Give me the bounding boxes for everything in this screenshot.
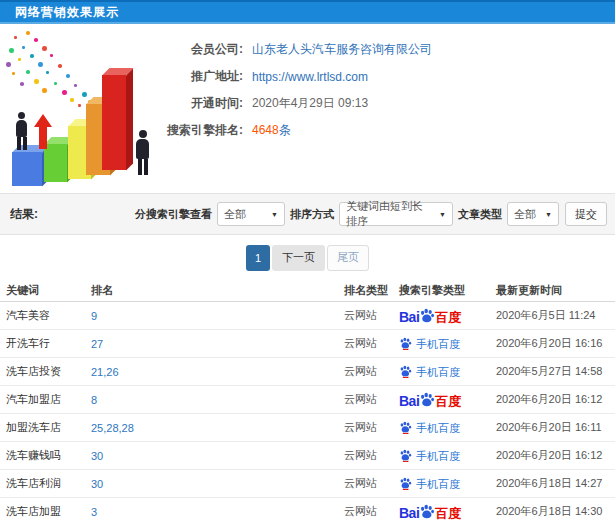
promo-url-label: 推广地址: (163, 68, 243, 85)
updated-time-cell: 2020年5月27日 14:58 (496, 364, 615, 379)
table-row: 洗车店利润 30 云网站 手机百度 2020年6月18日 14:27 (0, 470, 615, 498)
pagination-last-button[interactable]: 尾页 (327, 245, 369, 271)
rank-cell[interactable]: 25,28,28 (91, 422, 344, 434)
updated-time-cell: 2020年6月5日 11:24 (496, 308, 615, 323)
result-label: 结果: (10, 206, 38, 223)
engine-filter-selected: 全部 (224, 207, 246, 222)
table-row: 开洗车行 27 云网站 手机百度 2020年6月20日 16:16 (0, 330, 615, 358)
table-row: 洗车店加盟 3 云网站 Bai百度 2020年6月18日 14:30 (0, 498, 615, 520)
article-type-label: 文章类型 (458, 207, 502, 222)
info-row-promo-url: 推广地址: https://www.lrtlsd.com (163, 63, 615, 90)
submit-button[interactable]: 提交 (565, 202, 607, 226)
confetti-dot (34, 79, 39, 84)
confetti-dot (9, 48, 14, 53)
table-row: 洗车店投资 21,26 云网站 手机百度 2020年5月27日 14:58 (0, 358, 615, 386)
baidu-mobile-logo: 手机百度 (399, 449, 460, 462)
engine-filter-select[interactable]: 全部 ▼ (217, 202, 285, 226)
col-header-engine-type: 搜索引擎类型 (399, 283, 496, 298)
confetti-dot (66, 74, 70, 78)
filter-controls: 分搜索引擎查看 全部 ▼ 排序方式 关键词由短到长排序 ▼ 文章类型 全部 ▼ … (130, 202, 615, 226)
pagination-current-page[interactable]: 1 (246, 245, 270, 271)
baidu-paw-icon (419, 308, 435, 324)
company-label: 会员公司: (163, 41, 243, 58)
pagination-next-button[interactable]: 下一页 (272, 245, 325, 271)
baidu-mobile-logo: 手机百度 (399, 421, 460, 434)
illustration-bar-red (102, 75, 126, 170)
rank-type-cell: 云网站 (344, 364, 399, 379)
keyword-cell: 洗车赚钱吗 (0, 448, 91, 463)
confetti-dot (82, 92, 87, 97)
baidu-paw-icon (399, 477, 412, 490)
table-row: 汽车加盟店 8 云网站 Bai百度 2020年6月20日 16:12 (0, 386, 615, 414)
keyword-cell: 洗车店利润 (0, 476, 91, 491)
keyword-cell: 汽车美容 (0, 308, 91, 323)
open-time-label: 开通时间: (163, 95, 243, 112)
illustration-bar-blue (12, 152, 42, 186)
sort-label: 排序方式 (290, 207, 334, 222)
info-row-company: 会员公司: 山东老人头汽车服务咨询有限公司 (163, 36, 615, 63)
engine-rank-value: 4648条 (252, 122, 291, 139)
table-row: 汽车美容 9 云网站 Bai百度 2020年6月5日 11:24 (0, 302, 615, 330)
engine-type-cell: 手机百度 (399, 421, 496, 434)
engine-rank-unit: 条 (279, 123, 291, 137)
confetti-dot (34, 38, 38, 42)
confetti-dot (20, 82, 24, 86)
pagination: 1 下一页 尾页 (0, 235, 615, 280)
rank-type-cell: 云网站 (344, 504, 399, 519)
rank-type-cell: 云网站 (344, 476, 399, 491)
app-header: 网络营销效果展示 (0, 0, 615, 24)
rank-type-cell: 云网站 (344, 308, 399, 323)
table-row: 加盟洗车店 25,28,28 云网站 手机百度 2020年6月20日 16:11 (0, 414, 615, 442)
confetti-dot (58, 64, 62, 68)
rank-cell[interactable]: 30 (91, 478, 344, 490)
company-name-link[interactable]: 山东老人头汽车服务咨询有限公司 (252, 41, 432, 58)
baidu-logo: Bai百度 (399, 504, 461, 520)
member-summary-section: 会员公司: 山东老人头汽车服务咨询有限公司 推广地址: https://www.… (0, 24, 615, 193)
growth-arrow-icon (34, 114, 52, 149)
baidu-logo: Bai百度 (399, 392, 461, 408)
confetti-dot (46, 71, 49, 74)
rank-type-cell: 云网站 (344, 420, 399, 435)
page-title: 网络营销效果展示 (0, 4, 119, 21)
engine-rank-count: 4648 (252, 123, 279, 137)
baidu-mobile-logo: 手机百度 (399, 365, 460, 378)
chevron-down-icon: ▼ (271, 211, 278, 218)
sort-selected: 关键词由短到长排序 (346, 199, 433, 229)
baidu-mobile-logo: 手机百度 (399, 477, 460, 490)
baidu-paw-icon (399, 449, 412, 462)
member-info-list: 会员公司: 山东老人头汽车服务咨询有限公司 推广地址: https://www.… (163, 36, 615, 144)
engine-type-cell: Bai百度 (399, 392, 496, 408)
keyword-cell: 洗车店投资 (0, 364, 91, 379)
confetti-dot (26, 31, 30, 35)
rank-cell[interactable]: 21,26 (91, 366, 344, 378)
rank-type-cell: 云网站 (344, 448, 399, 463)
table-header-row: 关键词 排名 排名类型 搜索引擎类型 最新更新时间 (0, 280, 615, 302)
confetti-dot (12, 72, 15, 75)
illustration-bar-green (44, 144, 67, 182)
confetti-dot (22, 46, 25, 49)
rank-cell[interactable]: 9 (91, 310, 344, 322)
rank-cell[interactable]: 30 (91, 450, 344, 462)
confetti-dot (42, 46, 47, 51)
confetti-dot (30, 54, 34, 58)
baidu-paw-icon (419, 392, 435, 408)
confetti-dot (74, 84, 77, 87)
businessman-figure-left (16, 112, 27, 150)
rank-cell[interactable]: 8 (91, 394, 344, 406)
sort-select[interactable]: 关键词由短到长排序 ▼ (339, 202, 453, 226)
article-type-select[interactable]: 全部 ▼ (507, 202, 559, 226)
engine-type-cell: 手机百度 (399, 449, 496, 462)
info-row-engine-rank: 搜索引擎排名: 4648条 (163, 117, 615, 144)
chevron-down-icon: ▼ (545, 211, 552, 218)
rank-cell[interactable]: 27 (91, 338, 344, 350)
col-header-rank: 排名 (91, 283, 344, 298)
engine-type-cell: 手机百度 (399, 337, 496, 350)
baidu-paw-icon (399, 365, 412, 378)
rank-cell[interactable]: 3 (91, 506, 344, 518)
keyword-cell: 加盟洗车店 (0, 420, 91, 435)
article-type-selected: 全部 (514, 207, 536, 222)
col-header-keyword: 关键词 (0, 283, 91, 298)
chevron-down-icon: ▼ (439, 211, 446, 218)
baidu-logo: Bai百度 (399, 308, 461, 324)
promo-url-link[interactable]: https://www.lrtlsd.com (252, 70, 368, 84)
